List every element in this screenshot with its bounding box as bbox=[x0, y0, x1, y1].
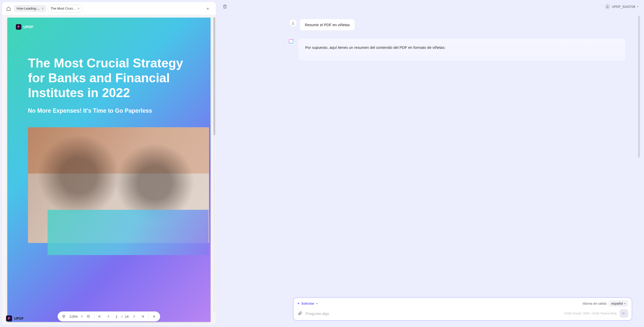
svg-point-8 bbox=[292, 22, 294, 23]
chevron-down-icon: ▾ bbox=[316, 302, 317, 305]
ai-intro: Por supuesto, aquí tienes un resumen del… bbox=[305, 44, 619, 51]
zoom-value[interactable]: 115% bbox=[69, 315, 78, 318]
top-strip: UPDF_5243709 ▾ bbox=[218, 1, 642, 12]
tab-label: The Most Cruci... bbox=[51, 7, 75, 10]
user-menu[interactable]: UPDF_5243709 ▾ bbox=[605, 4, 638, 9]
caret-down-icon[interactable]: ▼ bbox=[81, 315, 83, 318]
add-tab-button[interactable]: ＋ bbox=[204, 5, 211, 12]
tabs-bar: How-Leading-... × The Most Cruci... × ＋ bbox=[2, 2, 216, 15]
brand-logo-icon bbox=[16, 24, 21, 30]
close-icon[interactable]: × bbox=[77, 7, 79, 11]
page-total: 14 bbox=[125, 315, 129, 318]
scrollbar[interactable] bbox=[213, 17, 215, 312]
ai-message: Por supuesto, aquí tienes un resumen del… bbox=[298, 38, 626, 61]
ai-avatar-icon bbox=[288, 38, 294, 45]
page-toolbar: 115%▼ / 14 ✕ bbox=[58, 311, 160, 321]
page-title: The Most Crucial Strategy for Banks and … bbox=[28, 56, 190, 100]
page-sep: / bbox=[122, 315, 123, 318]
brand-chip: UPDF bbox=[16, 24, 33, 30]
attach-button[interactable] bbox=[297, 311, 303, 316]
zoom-in-button[interactable] bbox=[61, 313, 67, 319]
left-pane: How-Leading-... × The Most Cruci... × ＋ … bbox=[2, 2, 216, 325]
sparkle-icon: ✦ bbox=[297, 302, 300, 305]
language-selector[interactable]: español ▾ bbox=[609, 300, 628, 307]
send-button[interactable] bbox=[620, 309, 628, 318]
output-language-label: Idioma de salida bbox=[583, 302, 607, 305]
document-viewport[interactable]: UPDF The Most Crucial Strategy for Banks… bbox=[2, 15, 216, 325]
close-icon[interactable]: × bbox=[42, 7, 44, 11]
chevron-down-icon: ▾ bbox=[637, 5, 638, 8]
composer-top-row: ✦ Solicitar ▾ Idioma de salida español ▾ bbox=[297, 300, 628, 307]
ai-message-row: Por supuesto, aquí tienes un resumen del… bbox=[288, 38, 626, 61]
page-current-input[interactable] bbox=[114, 315, 119, 318]
next-page-button[interactable] bbox=[131, 313, 137, 319]
home-button[interactable] bbox=[5, 5, 13, 13]
avatar-icon bbox=[605, 4, 610, 9]
brand-text: UPDF bbox=[23, 25, 33, 29]
zoom-out-button[interactable] bbox=[86, 313, 92, 319]
brand-logo-icon bbox=[6, 315, 12, 321]
composer-input-row: Enter Enviar; Shift + Enter Nueva línea bbox=[297, 309, 628, 318]
accent-block bbox=[48, 210, 209, 255]
right-pane: UPDF_5243709 ▾ Resumir el PDF en viñetas… bbox=[218, 1, 642, 325]
prev-page-button[interactable] bbox=[105, 313, 111, 319]
user-name: UPDF_5243709 bbox=[612, 5, 635, 9]
first-page-button[interactable] bbox=[97, 313, 103, 319]
chevron-down-icon: ▾ bbox=[624, 302, 626, 305]
delete-button[interactable] bbox=[221, 3, 228, 10]
close-toolbar-button[interactable]: ✕ bbox=[151, 313, 157, 319]
input-hint: Enter Enviar; Shift + Enter Nueva línea bbox=[565, 312, 617, 315]
chat-area[interactable]: Resumir el PDF en viñetas Por supuesto, … bbox=[218, 12, 642, 294]
tab-the-most-crucial[interactable]: The Most Cruci... × bbox=[48, 5, 82, 12]
user-message-row: Resumir el PDF en viñetas bbox=[289, 19, 636, 30]
tab-how-leading[interactable]: How-Leading-... × bbox=[14, 5, 46, 12]
user-avatar-icon bbox=[289, 19, 297, 27]
mode-label: Solicitar bbox=[301, 302, 314, 305]
tab-label: How-Leading-... bbox=[17, 7, 40, 10]
mode-selector[interactable]: ✦ Solicitar ▾ bbox=[297, 302, 317, 305]
brand-text: UPDF bbox=[14, 316, 24, 320]
page-subtitle: No More Expenses! It's Time to Go Paperl… bbox=[28, 107, 190, 114]
language-value: español bbox=[611, 302, 623, 305]
last-page-button[interactable] bbox=[140, 313, 146, 319]
chat-input[interactable] bbox=[306, 311, 562, 316]
svg-point-7 bbox=[607, 5, 608, 7]
scrollbar[interactable] bbox=[638, 13, 640, 297]
hero-photo-wrap bbox=[28, 127, 190, 243]
scrollbar-thumb[interactable] bbox=[213, 17, 215, 135]
composer: ✦ Solicitar ▾ Idioma de salida español ▾… bbox=[293, 298, 632, 320]
user-message: Resumir el PDF en viñetas bbox=[300, 19, 355, 30]
brand-footer: UPDF bbox=[6, 315, 24, 321]
pdf-page: UPDF The Most Crucial Strategy for Banks… bbox=[7, 18, 211, 322]
scrollbar-thumb[interactable] bbox=[638, 16, 640, 158]
